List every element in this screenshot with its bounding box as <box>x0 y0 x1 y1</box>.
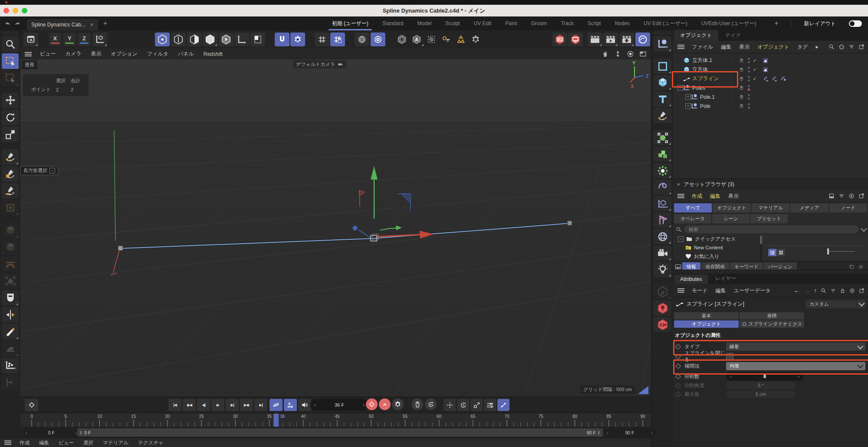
camera-label-chip[interactable]: デフォルトカメラ <box>293 60 346 69</box>
expander-icon[interactable]: − <box>677 85 683 91</box>
scale-tool-button[interactable] <box>2 127 19 142</box>
edit-material-button[interactable] <box>654 284 671 299</box>
spline-point-right[interactable] <box>567 221 572 225</box>
set-keyframe-button[interactable] <box>25 399 38 411</box>
bridge-tool-button[interactable] <box>2 256 19 272</box>
stepper-decrease-icon[interactable]: ‹ <box>730 374 732 379</box>
record-position-mouse-button[interactable] <box>411 398 423 410</box>
axis-mode-button[interactable] <box>234 33 249 46</box>
render-view-button[interactable] <box>568 33 583 46</box>
render-to-viewer-button[interactable] <box>603 33 618 46</box>
field-object-button[interactable] <box>654 130 671 145</box>
layers-icon[interactable] <box>738 57 745 64</box>
bottom-menu-icon[interactable] <box>4 440 11 445</box>
bottom-menu-3[interactable]: ビュー <box>59 440 74 446</box>
layout-tab-11[interactable]: UV Edit (ユーザー) <box>643 17 688 30</box>
layout-lock-toggle[interactable] <box>849 20 862 27</box>
attr-menu-1[interactable]: モード <box>692 287 708 294</box>
null-object-button[interactable] <box>654 36 671 52</box>
pen-spline-button[interactable] <box>654 108 671 123</box>
om-menu-more-icon[interactable]: ▶ <box>815 45 818 49</box>
spline-sketch-tool-button[interactable] <box>2 166 19 182</box>
om-menu-3[interactable]: 表示 <box>739 43 750 51</box>
expander-icon[interactable]: + <box>685 103 691 109</box>
filter-tab-メディア[interactable]: メディア <box>790 203 828 212</box>
falloff-rings-button[interactable] <box>355 33 369 46</box>
record-rotation-button[interactable] <box>425 398 437 410</box>
dot-bottom[interactable] <box>748 107 750 109</box>
filter-tab-プリセット[interactable]: プリセット <box>750 214 788 223</box>
redshift-camera-button[interactable] <box>654 317 671 332</box>
key-parameter-button[interactable] <box>484 399 496 411</box>
attr-row-スプラインを閉じる[interactable]: スプラインを閉じる <box>673 352 868 360</box>
iron-tool-button[interactable] <box>2 341 19 356</box>
expander-icon[interactable]: + <box>685 94 691 100</box>
extrude-tool-button[interactable] <box>2 222 19 238</box>
bottom-menu-4[interactable]: 選択 <box>83 440 93 446</box>
cloner-flags-button[interactable] <box>654 212 671 228</box>
snap-tool-button[interactable] <box>2 375 19 390</box>
frame-next-icon[interactable]: › <box>363 402 365 408</box>
close-tab-icon[interactable]: ✕ <box>90 22 94 28</box>
layout-tab-4[interactable]: Sculpt <box>444 18 460 29</box>
key-scale-button[interactable] <box>470 399 483 411</box>
bottom-menu-5[interactable]: マテリアル <box>103 440 128 446</box>
range-end-field[interactable]: ‹90 F› <box>603 428 656 437</box>
section-tab-スプラインダイナミクス[interactable]: スプラインダイナミクス <box>740 320 804 328</box>
falloff-settings-button[interactable] <box>371 33 385 46</box>
viewport-canvas[interactable]: Y Z X 透視 デフォルトカメラ 選択合計 ポイント22 長方形選択+ グリッ… <box>20 59 651 397</box>
viewport-menu-4[interactable]: オプション <box>111 50 137 58</box>
orbit-icon[interactable] <box>627 50 634 58</box>
parameter-checkbox[interactable] <box>726 353 733 360</box>
pan-hand-icon[interactable] <box>602 50 609 58</box>
drag-handle[interactable] <box>654 31 671 35</box>
om-tab-1[interactable]: オブジェクト <box>674 30 718 41</box>
spline-arc-tool-button[interactable] <box>2 200 19 215</box>
knife-tool-button[interactable] <box>2 324 19 339</box>
redshift-light-button[interactable] <box>654 300 671 316</box>
dot-bottom[interactable] <box>748 70 750 72</box>
prev-key-button[interactable]: ◆◀ <box>183 399 196 411</box>
workplane-mode-button[interactable] <box>250 33 265 46</box>
model-mode-button[interactable] <box>203 33 217 46</box>
camera-object-button[interactable] <box>654 245 671 261</box>
frame-prev-icon[interactable]: ‹ <box>314 402 316 408</box>
last-tool-button[interactable] <box>23 33 38 46</box>
gizmo-z-handle[interactable] <box>353 226 358 231</box>
up-icon[interactable]: ↑ <box>814 287 817 294</box>
spline-point-left[interactable] <box>118 246 123 251</box>
quantize-lock-button[interactable] <box>330 33 345 46</box>
frame-field[interactable]: ‹36 F› <box>310 399 368 411</box>
layout-tab-7[interactable]: Groom <box>530 18 548 29</box>
tree-item-1[interactable]: −クイックアクセス <box>676 235 760 243</box>
interactive-render-button[interactable] <box>635 33 650 46</box>
filter-tab-オブジェクト[interactable]: オブジェクト <box>713 203 750 212</box>
bottom-menu-2[interactable]: 編集 <box>39 440 49 446</box>
timeline-ruler[interactable]: 05101520253035404550556065707580859036 <box>20 413 651 427</box>
layers-icon[interactable] <box>738 94 745 100</box>
split-panel-icon[interactable] <box>829 193 835 199</box>
pop-out-icon[interactable] <box>858 44 865 50</box>
tree-item-3[interactable]: お気に入り <box>676 252 760 261</box>
snap-settings-button[interactable] <box>290 33 305 46</box>
dot-top[interactable] <box>748 67 750 69</box>
rect-select-tool-button[interactable] <box>2 53 19 69</box>
volume-object-button[interactable] <box>654 147 671 162</box>
view-label[interactable]: 透視 <box>22 60 37 69</box>
ab-menu-2[interactable]: 編集 <box>710 193 720 200</box>
loop-playback-button[interactable] <box>270 399 283 411</box>
render-settings-button[interactable] <box>619 33 634 46</box>
dolly-icon[interactable] <box>614 50 621 58</box>
lock-icon[interactable] <box>840 288 845 294</box>
visibility-dots[interactable] <box>748 94 750 100</box>
quantize-grid-button[interactable] <box>315 33 329 46</box>
key-filter-button[interactable] <box>497 399 510 411</box>
attr-menu-3[interactable]: ユーザーデータ <box>734 287 771 294</box>
annotation-button[interactable]: A <box>409 33 424 46</box>
visibility-dots[interactable] <box>748 76 750 82</box>
visibility-dots[interactable] <box>748 58 750 63</box>
hash-icon[interactable] <box>858 264 864 270</box>
light-object-button[interactable] <box>654 262 671 277</box>
viewport-menu-icon[interactable] <box>25 52 32 56</box>
parameter-dropdown-補間法[interactable]: 均等 <box>726 362 865 370</box>
